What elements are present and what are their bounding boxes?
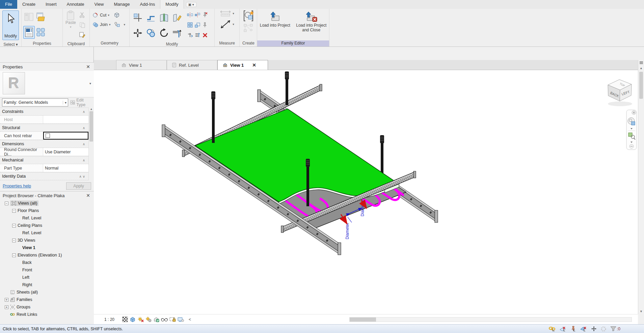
measure-between-icon[interactable] <box>220 10 231 17</box>
horizontal-scroll-thumb[interactable] <box>350 317 376 322</box>
properties-scrollbar[interactable]: ▲ <box>88 108 94 180</box>
tree-expander[interactable]: − <box>12 224 16 228</box>
trim-extend-icon[interactable] <box>172 28 182 38</box>
edit-type-button[interactable]: Edit Type <box>70 98 92 107</box>
property-section-header[interactable]: Identity Data∧ ∨ <box>0 172 94 180</box>
select-underlay-icon[interactable] <box>580 326 587 332</box>
paint-connect-icon[interactable] <box>114 22 121 27</box>
tree-item-sheets[interactable]: Sheets (all) <box>0 289 94 296</box>
tree-expander[interactable]: − <box>12 209 16 213</box>
viewcube[interactable]: TOP BACK LEFT <box>608 80 632 106</box>
project-browser-close-icon[interactable]: ✕ <box>85 193 91 198</box>
tree-item-ceiling-plans[interactable]: −Ceiling Plans <box>0 222 94 229</box>
split-with-gap-icon[interactable] <box>172 13 182 22</box>
tree-item-groups[interactable]: +Groups <box>0 303 94 311</box>
type-selector-expand-icon[interactable]: ▾ <box>89 82 91 85</box>
press-drag-pin-icon[interactable] <box>570 326 576 332</box>
model-canvas[interactable]: Diameter Diameter TOP BACK LEFT <box>94 70 638 314</box>
crop-view-icon[interactable] <box>161 317 168 322</box>
tab-file[interactable]: File <box>0 0 17 9</box>
sun-path-icon[interactable] <box>137 316 144 322</box>
tree-item-floor-plans[interactable]: −Floor Plans <box>0 207 94 214</box>
tree-item-views[interactable]: − Views (all) <box>0 200 94 207</box>
array-icon[interactable] <box>187 22 193 28</box>
measure-along-icon[interactable] <box>220 19 231 29</box>
mirror-axis-icon[interactable] <box>187 12 193 17</box>
property-row[interactable]: Host <box>0 116 94 124</box>
rendering-dialog-icon[interactable] <box>153 316 159 322</box>
tree-expander[interactable]: − <box>12 253 16 257</box>
coping-icon[interactable] <box>114 12 120 18</box>
properties-close-icon[interactable]: ✕ <box>85 64 91 69</box>
horizontal-scrollbar[interactable] <box>349 317 632 322</box>
cut-to-clipboard-icon[interactable] <box>79 12 85 18</box>
properties-help-link[interactable]: Properties help <box>3 184 31 188</box>
ribbon-collapse-button[interactable]: ▣ ▾ <box>186 2 196 7</box>
round-connector-value[interactable]: Use Diameter <box>43 148 88 156</box>
tree-item-back[interactable]: Back <box>0 259 94 266</box>
tree-expander[interactable]: + <box>5 298 8 302</box>
full-navigation-cube-icon[interactable] <box>632 122 635 125</box>
rotate-icon[interactable] <box>159 28 169 38</box>
exclude-options-icon[interactable] <box>560 326 566 332</box>
scale-button[interactable]: 1 : 20 <box>101 316 117 323</box>
shadows-icon[interactable] <box>145 316 152 322</box>
type-selector-combobox[interactable]: Family: Generic Models ▾ <box>2 98 68 107</box>
apply-button[interactable]: Apply <box>66 182 91 190</box>
visual-style-icon[interactable] <box>130 316 136 322</box>
folder-new-icon[interactable] <box>36 12 46 22</box>
property-row[interactable]: Part TypeNormal <box>0 164 94 172</box>
tree-item-3d-views[interactable]: −3D Views <box>0 237 94 244</box>
tree-item-front[interactable]: Front <box>0 266 94 274</box>
paste-button[interactable]: Paste▾ <box>64 10 77 30</box>
property-section-header[interactable]: Dimensions∧ <box>0 140 94 148</box>
view-tab-ref-level[interactable]: Ref. Level <box>167 60 217 70</box>
create-similar-icon[interactable] <box>243 24 253 32</box>
crop-region-icon[interactable] <box>169 316 176 322</box>
align-icon[interactable] <box>133 13 142 22</box>
tree-item-ref-level[interactable]: Ref. Level <box>0 214 94 222</box>
view-bar-expand-icon[interactable]: < <box>189 317 191 322</box>
cut-geometry-button[interactable]: Cut▾ <box>91 11 110 19</box>
move-icon[interactable] <box>133 28 143 38</box>
tree-item-left[interactable]: Left <box>0 274 94 281</box>
family-types-icon[interactable] <box>24 12 34 22</box>
scale-icon[interactable] <box>195 22 200 28</box>
editable-worksets-icon[interactable] <box>549 326 556 332</box>
tree-expander[interactable]: − <box>5 202 8 205</box>
vertical-scrollbar[interactable]: ▲ ▼ <box>638 60 644 314</box>
mirror-line-icon[interactable] <box>194 12 200 17</box>
scroll-down-arrow[interactable]: ▼ <box>638 310 644 313</box>
unlocked-view-icon[interactable] <box>178 317 184 322</box>
tab-view[interactable]: View <box>89 0 109 9</box>
cope-icon[interactable] <box>146 13 156 22</box>
property-section-header[interactable]: Constraints∧ <box>0 108 94 116</box>
property-row[interactable]: Round Connector Di...Use Diameter <box>0 148 94 156</box>
tree-item-revit-links[interactable]: Revit Links <box>0 311 94 318</box>
tab-addins[interactable]: Add-Ins <box>135 0 160 9</box>
vertical-scroll-thumb[interactable] <box>639 72 643 99</box>
selection-filter-icon[interactable] <box>610 326 616 331</box>
pin-icon[interactable] <box>203 22 207 28</box>
trim-corner-icon[interactable] <box>187 32 193 38</box>
tree-item-ref-level[interactable]: Ref. Level <box>0 229 94 237</box>
tree-expander[interactable]: + <box>5 305 8 309</box>
properties-palette-icon[interactable] <box>23 26 35 39</box>
family-category-icon[interactable] <box>36 28 46 37</box>
drag-elements-icon[interactable] <box>591 326 597 332</box>
scroll-up-arrow[interactable]: ▲ <box>638 65 644 70</box>
measure-dropdown[interactable]: ▾ <box>233 12 234 15</box>
load-into-project-button[interactable]: Load into Project <box>259 10 291 28</box>
view-tab-view1-active[interactable]: View 1 ✕ <box>217 60 268 70</box>
join-dropdown[interactable]: ▾ <box>124 23 125 26</box>
modify-tool-button[interactable]: Modify <box>2 10 19 40</box>
copy-to-clipboard-icon[interactable] <box>79 22 85 28</box>
property-row[interactable]: Can host rebar <box>0 132 94 140</box>
view-tab-view1-inactive[interactable]: View 1 <box>116 60 167 70</box>
property-section-header[interactable]: Mechanical∧ <box>0 156 94 164</box>
load-into-project-and-close-button[interactable]: Load into Project and Close <box>295 10 328 32</box>
view-tab-list-icon[interactable] <box>639 61 643 64</box>
tab-manage[interactable]: Manage <box>109 0 135 9</box>
tab-annotate[interactable]: Annotate <box>62 0 89 9</box>
tab-insert[interactable]: Insert <box>41 0 62 9</box>
